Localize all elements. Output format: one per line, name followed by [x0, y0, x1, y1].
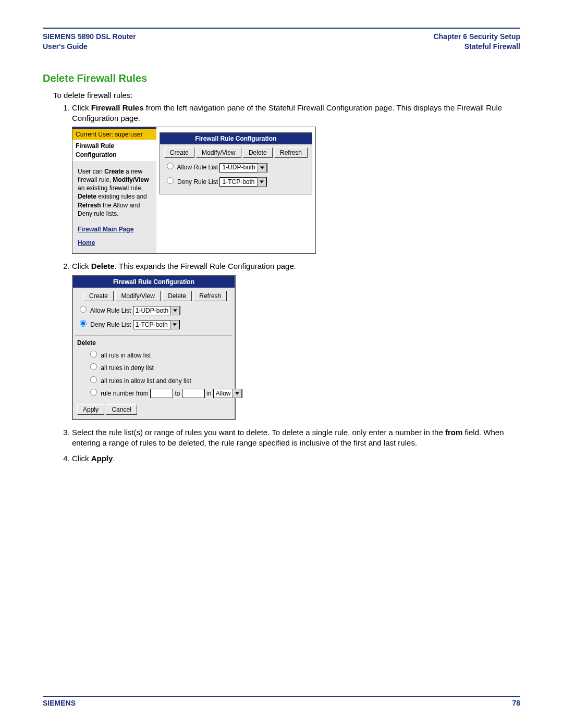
screenshot-2: Firewall Rule Configuration Create Modif… [72, 275, 236, 420]
step-4: Click Apply. [72, 453, 520, 464]
delete-opt4-in: in [206, 390, 211, 397]
page-number: 78 [512, 699, 520, 707]
step3-bold: from [445, 428, 462, 437]
apply-button[interactable]: Apply [77, 404, 104, 415]
svg-marker-4 [235, 392, 239, 394]
shot1-main: Firewall Rule Configuration Create Modif… [156, 127, 315, 253]
delete-opt4-pre: rule number from [101, 390, 148, 397]
header-left-line2: User's Guide [43, 42, 136, 52]
section-title: Delete Firewall Rules [43, 72, 520, 84]
deny-rule-select[interactable]: 1-TCP-both [133, 320, 180, 329]
svg-marker-2 [173, 309, 177, 312]
header-right-line1: Chapter 6 Security Setup [434, 32, 521, 42]
allow-rule-label: Allow Rule List [177, 164, 218, 171]
chevron-down-icon [257, 177, 266, 187]
chevron-down-icon [232, 389, 242, 398]
delete-section-header: Delete [73, 338, 235, 348]
create-button[interactable]: Create [83, 291, 114, 301]
shot2-panel-title: Firewall Rule Configuration [73, 276, 235, 288]
chevron-down-icon [258, 163, 267, 172]
deny-rule-select[interactable]: 1-TCP-both [219, 177, 266, 187]
screenshot-1: Current User: superuser Firewall Rule Co… [72, 127, 316, 254]
page: SIEMENS 5890 DSL Router User's Guide Cha… [0, 0, 563, 728]
shot1-panel-title: Firewall Rule Configuration [160, 133, 312, 144]
delete-opt2-radio[interactable] [90, 363, 97, 370]
step4-post: . [113, 454, 115, 463]
rule-from-input[interactable] [150, 389, 173, 398]
cancel-button[interactable]: Cancel [106, 404, 137, 415]
shot1-side-title: Firewall Rule Configuration [72, 140, 156, 161]
allow-rule-select[interactable]: 1-UDP-both [219, 163, 267, 172]
allow-rule-radio[interactable] [167, 163, 174, 169]
shot1-sidebar: Current User: superuser Firewall Rule Co… [72, 127, 156, 253]
deny-rule-label: Deny Rule List [177, 178, 218, 186]
step-3: Select the rule list(s) or range of rule… [72, 427, 520, 449]
header-left-line1: SIEMENS 5890 DSL Router [43, 32, 136, 42]
step4-pre: Click [72, 454, 91, 463]
link-home[interactable]: Home [72, 233, 156, 253]
chevron-down-icon [170, 320, 179, 329]
delete-opt3-label: all rules in allow list and deny list [101, 377, 191, 385]
modify-view-button[interactable]: Modify/View [115, 291, 160, 301]
delete-opt1-radio[interactable] [90, 351, 97, 357]
step-1: Click Firewall Rules from the left navig… [72, 103, 520, 254]
delete-opt2-label: all rules in deny list [101, 364, 153, 372]
intro-text: To delete firewall rules: [53, 91, 520, 100]
footer-rule [43, 696, 520, 697]
allow-rule-select[interactable]: 1-UDP-both [133, 306, 180, 315]
rule-to-input[interactable] [182, 389, 205, 398]
header-rule [43, 28, 520, 29]
chevron-down-icon [170, 306, 180, 315]
current-user-bar: Current User: superuser [72, 127, 156, 140]
deny-rule-label: Deny Rule List [90, 321, 131, 328]
refresh-button[interactable]: Refresh [274, 147, 308, 158]
delete-button[interactable]: Delete [243, 147, 273, 158]
step1-pre: Click [72, 103, 91, 112]
footer-brand: SIEMENS [43, 699, 76, 707]
step4-bold: Apply [91, 454, 113, 463]
delete-button[interactable]: Delete [162, 291, 192, 301]
deny-rule-radio[interactable] [167, 177, 174, 184]
deny-rule-radio[interactable] [80, 320, 87, 327]
svg-marker-3 [173, 324, 177, 326]
delete-opt4-radio[interactable] [90, 389, 97, 396]
link-firewall-main[interactable]: Firewall Main Page [72, 220, 156, 233]
refresh-button[interactable]: Refresh [193, 291, 227, 301]
step2-bold: Delete [91, 262, 115, 270]
header-right-line2: Stateful Firewall [434, 42, 521, 52]
step3-pre: Select the rule list(s) or range of rule… [72, 428, 445, 437]
modify-view-button[interactable]: Modify/View [196, 147, 241, 158]
step1-bold: Firewall Rules [91, 103, 144, 112]
divider [75, 335, 232, 336]
shot1-side-text: User can Create a new firewall rule, Mod… [72, 161, 156, 220]
step-2: Click Delete. This expands the Firewall … [72, 261, 520, 419]
shot1-panel: Firewall Rule Configuration Create Modif… [160, 132, 312, 194]
step2-pre: Click [72, 262, 91, 270]
page-footer: SIEMENS 78 [43, 696, 520, 707]
delete-opt3-radio[interactable] [90, 376, 97, 383]
steps-list: Click Firewall Rules from the left navig… [53, 103, 520, 464]
allow-rule-label: Allow Rule List [90, 307, 131, 314]
create-button[interactable]: Create [164, 147, 194, 158]
svg-marker-1 [260, 180, 264, 183]
page-header: SIEMENS 5890 DSL Router User's Guide Cha… [43, 32, 520, 52]
delete-opt4-to: to [175, 390, 180, 397]
allow-rule-radio[interactable] [80, 306, 87, 313]
rule-list-select[interactable]: Allow [213, 389, 243, 398]
step2-post: . This expands the Firewall Rule Configu… [115, 262, 296, 270]
svg-marker-0 [260, 166, 264, 169]
delete-opt1-label: all ruls in allow list [101, 352, 151, 359]
